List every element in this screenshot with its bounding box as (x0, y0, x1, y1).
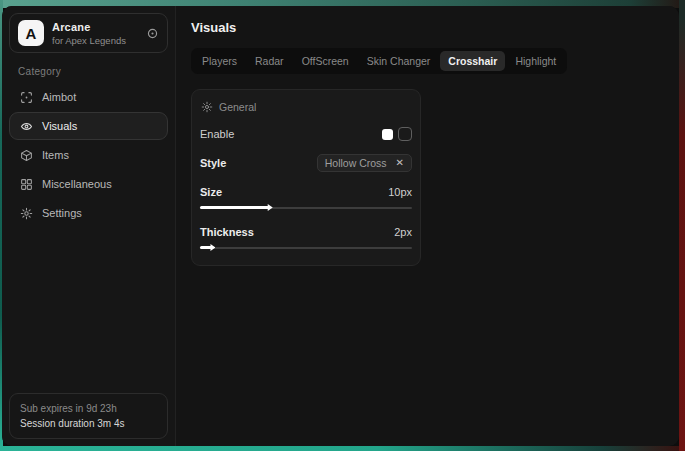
sidebar-item-aimbot[interactable]: Aimbot (9, 83, 168, 111)
style-value: Hollow Cross (325, 157, 387, 169)
game-backdrop-bottom (0, 446, 685, 451)
general-panel: General Enable Style Hollow Cross ✕ Size… (191, 89, 421, 266)
sidebar-item-miscellaneous[interactable]: Miscellaneous (9, 170, 168, 198)
subscription-card: Sub expires in 9d 23h Session duration 3… (9, 393, 168, 439)
brand-card: A Arcane for Apex Legends (9, 13, 168, 53)
size-slider-fill (200, 206, 266, 209)
brand-title: Arcane (52, 21, 126, 33)
tab-offscreen[interactable]: OffScreen (294, 51, 357, 71)
sidebar-item-label: Settings (42, 207, 82, 219)
panel-title: General (219, 101, 256, 113)
session-duration-text: Session duration 3m 4s (20, 416, 157, 431)
brand-subtitle: for Apex Legends (52, 35, 126, 46)
size-value: 10px (388, 186, 412, 198)
enable-checkbox[interactable] (398, 127, 412, 141)
general-gear-icon (201, 101, 213, 113)
sidebar: A Arcane for Apex Legends Category Aimbo… (2, 6, 176, 446)
target-icon[interactable] (146, 27, 159, 40)
brand-text: Arcane for Apex Legends (52, 21, 126, 46)
thickness-slider[interactable] (200, 243, 412, 252)
main-content: Visuals Players Radar OffScreen Skin Cha… (176, 6, 679, 446)
category-label: Category (18, 66, 168, 77)
miscellaneous-icon (20, 178, 33, 191)
style-select[interactable]: Hollow Cross ✕ (317, 154, 412, 172)
thickness-label: Thickness (200, 226, 254, 238)
sidebar-item-label: Items (42, 149, 69, 161)
visuals-tabbar: Players Radar OffScreen Skin Changer Cro… (191, 48, 567, 74)
aimbot-icon (20, 91, 33, 104)
sidebar-item-label: Aimbot (42, 91, 76, 103)
sidebar-item-visuals[interactable]: Visuals (9, 112, 168, 140)
size-slider-thumb[interactable] (263, 204, 273, 212)
sidebar-item-settings[interactable]: Settings (9, 199, 168, 227)
items-icon (20, 149, 33, 162)
brand-logo: A (18, 20, 44, 46)
tab-players[interactable]: Players (194, 51, 245, 71)
sub-expires-text: Sub expires in 9d 23h (20, 401, 157, 416)
cheat-menu-window: A Arcane for Apex Legends Category Aimbo… (2, 6, 679, 446)
panel-header: General (201, 101, 412, 113)
settings-icon (20, 207, 33, 220)
size-row: Size 10px (200, 182, 412, 202)
enable-row: Enable (200, 124, 412, 144)
enable-label: Enable (200, 128, 234, 140)
tab-highlight[interactable]: Highlight (507, 51, 564, 71)
size-slider[interactable] (200, 203, 412, 212)
sidebar-item-items[interactable]: Items (9, 141, 168, 169)
tab-skin-changer[interactable]: Skin Changer (359, 51, 439, 71)
close-icon[interactable]: ✕ (396, 158, 404, 168)
visuals-icon (20, 120, 33, 133)
size-label: Size (200, 186, 222, 198)
style-row: Style Hollow Cross ✕ (200, 153, 412, 173)
tab-crosshair[interactable]: Crosshair (440, 51, 505, 71)
thickness-slider-track[interactable] (200, 247, 412, 249)
sidebar-item-label: Visuals (42, 120, 77, 132)
thickness-value: 2px (394, 226, 412, 238)
style-label: Style (200, 157, 226, 169)
color-swatch[interactable] (382, 129, 393, 140)
enable-controls (382, 127, 412, 141)
page-title: Visuals (191, 20, 679, 35)
game-backdrop-right (679, 0, 685, 451)
thickness-slider-thumb[interactable] (205, 244, 215, 252)
tab-radar[interactable]: Radar (247, 51, 292, 71)
sidebar-item-label: Miscellaneous (42, 178, 112, 190)
thickness-row: Thickness 2px (200, 222, 412, 242)
